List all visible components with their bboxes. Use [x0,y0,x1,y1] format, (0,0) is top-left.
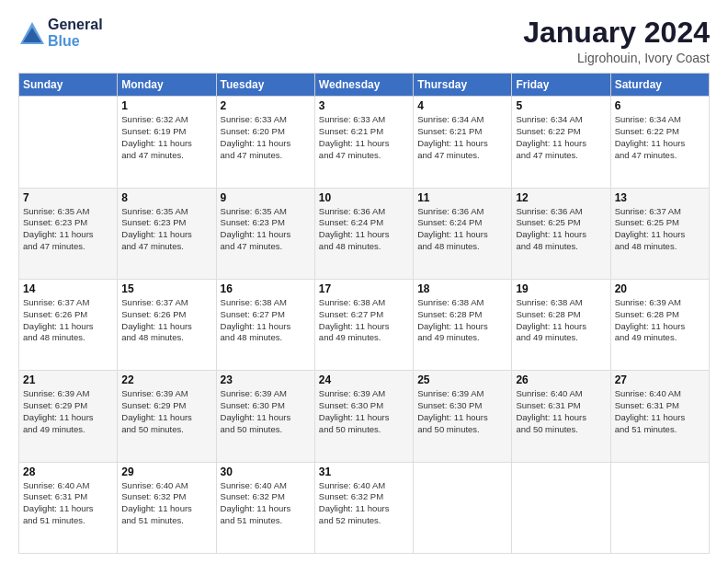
day-info: Sunrise: 6:35 AM Sunset: 6:23 PM Dayligh… [221,206,311,253]
calendar-cell: 23Sunrise: 6:39 AM Sunset: 6:30 PM Dayli… [216,371,314,462]
day-number: 17 [319,282,409,295]
logo-text: General Blue [48,17,103,49]
day-number: 16 [221,282,311,295]
day-info: Sunrise: 6:37 AM Sunset: 6:26 PM Dayligh… [23,297,113,344]
day-number: 1 [121,99,211,112]
day-info: Sunrise: 6:36 AM Sunset: 6:24 PM Dayligh… [319,206,409,253]
day-number: 25 [417,373,507,386]
day-info: Sunrise: 6:37 AM Sunset: 6:25 PM Dayligh… [615,206,705,253]
logo-icon [18,20,46,46]
day-info: Sunrise: 6:40 AM Sunset: 6:31 PM Dayligh… [516,388,606,435]
calendar-header-sunday: Sunday [19,74,118,97]
calendar-cell: 1Sunrise: 6:32 AM Sunset: 6:19 PM Daylig… [118,97,216,188]
calendar-week-1: 1Sunrise: 6:32 AM Sunset: 6:19 PM Daylig… [19,97,710,188]
day-info: Sunrise: 6:40 AM Sunset: 6:32 PM Dayligh… [221,480,311,527]
day-info: Sunrise: 6:35 AM Sunset: 6:23 PM Dayligh… [23,206,113,253]
calendar-week-5: 28Sunrise: 6:40 AM Sunset: 6:31 PM Dayli… [19,462,710,553]
page-title: January 2024 [523,17,710,49]
day-info: Sunrise: 6:34 AM Sunset: 6:22 PM Dayligh… [615,114,705,161]
calendar-cell: 10Sunrise: 6:36 AM Sunset: 6:24 PM Dayli… [314,188,413,279]
page: General Blue January 2024 Ligrohouin, Iv… [0,0,728,563]
day-info: Sunrise: 6:36 AM Sunset: 6:24 PM Dayligh… [417,206,507,253]
calendar-cell: 24Sunrise: 6:39 AM Sunset: 6:30 PM Dayli… [314,371,413,462]
calendar-cell: 13Sunrise: 6:37 AM Sunset: 6:25 PM Dayli… [610,188,709,279]
day-info: Sunrise: 6:39 AM Sunset: 6:28 PM Dayligh… [615,297,705,344]
calendar-header-friday: Friday [512,74,610,97]
calendar-header-saturday: Saturday [610,74,709,97]
day-number: 26 [516,373,606,386]
day-info: Sunrise: 6:40 AM Sunset: 6:31 PM Dayligh… [615,388,705,435]
calendar-cell: 26Sunrise: 6:40 AM Sunset: 6:31 PM Dayli… [512,371,610,462]
calendar-cell [414,462,512,553]
header: General Blue January 2024 Ligrohouin, Iv… [18,17,710,65]
day-info: Sunrise: 6:39 AM Sunset: 6:30 PM Dayligh… [221,388,311,435]
day-number: 20 [615,282,705,295]
calendar-cell: 2Sunrise: 6:33 AM Sunset: 6:20 PM Daylig… [216,97,314,188]
day-number: 15 [121,282,211,295]
day-number: 14 [23,282,113,295]
calendar-cell: 15Sunrise: 6:37 AM Sunset: 6:26 PM Dayli… [118,279,216,370]
calendar-cell: 8Sunrise: 6:35 AM Sunset: 6:23 PM Daylig… [118,188,216,279]
calendar-cell: 19Sunrise: 6:38 AM Sunset: 6:28 PM Dayli… [512,279,610,370]
calendar-cell: 22Sunrise: 6:39 AM Sunset: 6:29 PM Dayli… [118,371,216,462]
title-block: January 2024 Ligrohouin, Ivory Coast [523,17,710,65]
day-info: Sunrise: 6:36 AM Sunset: 6:25 PM Dayligh… [516,206,606,253]
day-number: 6 [615,99,705,112]
day-number: 27 [615,373,705,386]
calendar-cell: 31Sunrise: 6:40 AM Sunset: 6:32 PM Dayli… [314,462,413,553]
calendar-cell: 3Sunrise: 6:33 AM Sunset: 6:21 PM Daylig… [314,97,413,188]
day-number: 10 [319,191,409,204]
day-info: Sunrise: 6:33 AM Sunset: 6:21 PM Dayligh… [319,114,409,161]
calendar-header-monday: Monday [118,74,216,97]
calendar-cell [512,462,610,553]
calendar-cell [610,462,709,553]
logo: General Blue [18,17,103,49]
day-number: 30 [221,465,311,478]
day-number: 13 [615,191,705,204]
calendar-header-row: SundayMondayTuesdayWednesdayThursdayFrid… [19,74,710,97]
calendar-cell [19,97,118,188]
day-number: 7 [23,191,113,204]
day-number: 19 [516,282,606,295]
calendar-week-3: 14Sunrise: 6:37 AM Sunset: 6:26 PM Dayli… [19,279,710,370]
calendar-cell: 6Sunrise: 6:34 AM Sunset: 6:22 PM Daylig… [610,97,709,188]
calendar-cell: 12Sunrise: 6:36 AM Sunset: 6:25 PM Dayli… [512,188,610,279]
day-number: 21 [23,373,113,386]
day-info: Sunrise: 6:40 AM Sunset: 6:32 PM Dayligh… [121,480,211,527]
calendar-cell: 4Sunrise: 6:34 AM Sunset: 6:21 PM Daylig… [414,97,512,188]
day-number: 8 [121,191,211,204]
day-info: Sunrise: 6:38 AM Sunset: 6:27 PM Dayligh… [319,297,409,344]
day-info: Sunrise: 6:38 AM Sunset: 6:27 PM Dayligh… [221,297,311,344]
day-number: 12 [516,191,606,204]
page-subtitle: Ligrohouin, Ivory Coast [523,51,710,65]
day-info: Sunrise: 6:38 AM Sunset: 6:28 PM Dayligh… [417,297,507,344]
day-info: Sunrise: 6:35 AM Sunset: 6:23 PM Dayligh… [121,206,211,253]
day-info: Sunrise: 6:40 AM Sunset: 6:32 PM Dayligh… [319,480,409,527]
day-number: 3 [319,99,409,112]
calendar-header-tuesday: Tuesday [216,74,314,97]
calendar-header-thursday: Thursday [414,74,512,97]
day-number: 11 [417,191,507,204]
day-info: Sunrise: 6:33 AM Sunset: 6:20 PM Dayligh… [221,114,311,161]
day-info: Sunrise: 6:40 AM Sunset: 6:31 PM Dayligh… [23,480,113,527]
calendar-cell: 5Sunrise: 6:34 AM Sunset: 6:22 PM Daylig… [512,97,610,188]
day-info: Sunrise: 6:39 AM Sunset: 6:29 PM Dayligh… [23,388,113,435]
calendar-week-2: 7Sunrise: 6:35 AM Sunset: 6:23 PM Daylig… [19,188,710,279]
day-info: Sunrise: 6:39 AM Sunset: 6:30 PM Dayligh… [417,388,507,435]
day-number: 24 [319,373,409,386]
day-number: 29 [121,465,211,478]
calendar-header-wednesday: Wednesday [314,74,413,97]
day-info: Sunrise: 6:37 AM Sunset: 6:26 PM Dayligh… [121,297,211,344]
calendar-cell: 7Sunrise: 6:35 AM Sunset: 6:23 PM Daylig… [19,188,118,279]
day-number: 28 [23,465,113,478]
calendar-week-4: 21Sunrise: 6:39 AM Sunset: 6:29 PM Dayli… [19,371,710,462]
calendar-cell: 30Sunrise: 6:40 AM Sunset: 6:32 PM Dayli… [216,462,314,553]
calendar-cell: 29Sunrise: 6:40 AM Sunset: 6:32 PM Dayli… [118,462,216,553]
day-info: Sunrise: 6:39 AM Sunset: 6:30 PM Dayligh… [319,388,409,435]
calendar-cell: 11Sunrise: 6:36 AM Sunset: 6:24 PM Dayli… [414,188,512,279]
day-number: 2 [221,99,311,112]
day-info: Sunrise: 6:38 AM Sunset: 6:28 PM Dayligh… [516,297,606,344]
day-number: 22 [121,373,211,386]
day-info: Sunrise: 6:32 AM Sunset: 6:19 PM Dayligh… [121,114,211,161]
calendar-cell: 28Sunrise: 6:40 AM Sunset: 6:31 PM Dayli… [19,462,118,553]
